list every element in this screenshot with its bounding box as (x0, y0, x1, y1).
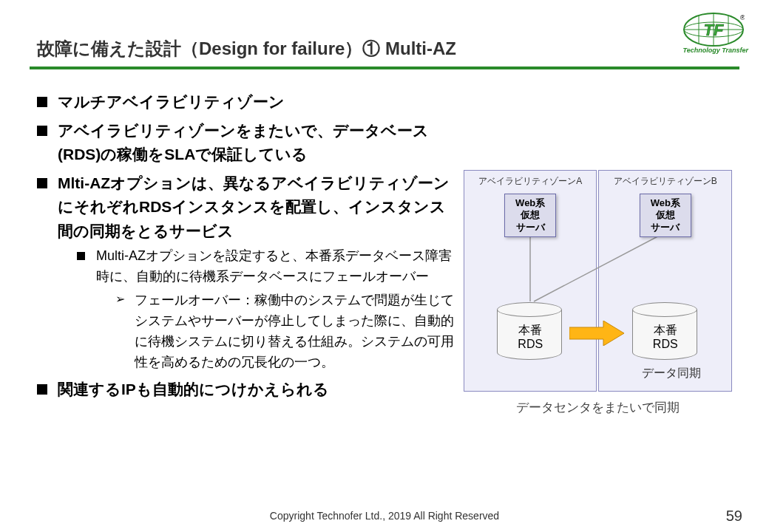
vm-text: 仮想 (656, 209, 675, 220)
zone-b-title: アベイラビリティゾーンB (603, 175, 727, 188)
svg-text:®: ® (740, 14, 745, 21)
bullet-l3: フェールオーバー：稼働中のシステムで問題が生じてシステムやサーバーが停止してしま… (96, 290, 456, 373)
vm-box-a: Web系 仮想 サーバ (504, 194, 556, 237)
rds-cylinder-b: 本番 RDS (632, 302, 699, 360)
bullet-text: マルチアベイラビリティゾーン (58, 93, 285, 110)
bullet-text: フェールオーバー：稼働中のシステムで問題が生じてシステムやサーバーが停止してしま… (135, 293, 454, 369)
title-underline (30, 66, 739, 69)
diagram: アベイラビリティゾーンA Web系 仮想 サーバ 本番 RDS (464, 90, 732, 416)
logo-initials: TF (704, 21, 724, 39)
bullet-l1: アベイラビリティゾーンをまたいで、データベース(RDS)の稼働をSLAで保証して… (37, 119, 456, 167)
page-number: 59 (726, 508, 742, 525)
copyright-footer: Copyright Technofer Ltd., 2019 All Right… (0, 510, 769, 522)
zone-a: アベイラビリティゾーンA Web系 仮想 サーバ 本番 RDS (464, 170, 597, 392)
bullet-l1: マルチアベイラビリティゾーン (37, 90, 456, 115)
bullet-l1: 関連するIPも自動的につけかえられる (37, 378, 456, 402)
vm-text: Web系 (651, 197, 680, 208)
vm-text: Web系 (515, 197, 545, 208)
sync-arrow-icon (569, 321, 626, 349)
slide-title: 故障に備えた設計（Design for failure）① Multi-AZ (37, 37, 732, 61)
bullet-l1: Mlti-AZオプションは、異なるアベイラビリティゾーンにそれぞれRDSインスタ… (37, 171, 456, 373)
bullet-text: Multi-AZオプションを設定すると、本番系データベース障害時に、自動的に待機… (96, 248, 452, 284)
bullet-text: アベイラビリティゾーンをまたいで、データベース(RDS)の稼働をSLAで保証して… (58, 122, 429, 163)
rds-text: RDS (653, 338, 678, 350)
vm-box-b: Web系 仮想 サーバ (640, 194, 691, 237)
bullet-text: 関連するIPも自動的につけかえられる (58, 381, 329, 398)
zone-b: アベイラビリティゾーンB Web系 仮想 サーバ 本番 RDS (598, 170, 732, 392)
bullet-text: Mlti-AZオプションは、異なるアベイラビリティゾーンにそれぞれRDSインスタ… (58, 174, 450, 239)
sync-label: データ同期 (464, 366, 732, 381)
rds-text: 本番 (654, 324, 677, 336)
zone-a-title: アベイラビリティゾーンA (469, 175, 592, 188)
diagram-caption: データセンタをまたいで同期 (464, 399, 732, 416)
brand-logo: TF ® Technology Transfer (682, 11, 748, 54)
rds-text: RDS (518, 338, 543, 350)
vm-text: サーバ (516, 222, 545, 233)
bullet-l2: Multi-AZオプションを設定すると、本番系データベース障害時に、自動的に待機… (58, 246, 456, 372)
rds-text: 本番 (518, 324, 542, 336)
vm-text: 仮想 (521, 209, 540, 220)
vm-text: サーバ (651, 222, 680, 233)
text-column: マルチアベイラビリティゾーン アベイラビリティゾーンをまたいで、データベース(R… (37, 90, 464, 416)
svg-marker-9 (569, 321, 624, 346)
rds-cylinder-a: 本番 RDS (497, 302, 563, 360)
